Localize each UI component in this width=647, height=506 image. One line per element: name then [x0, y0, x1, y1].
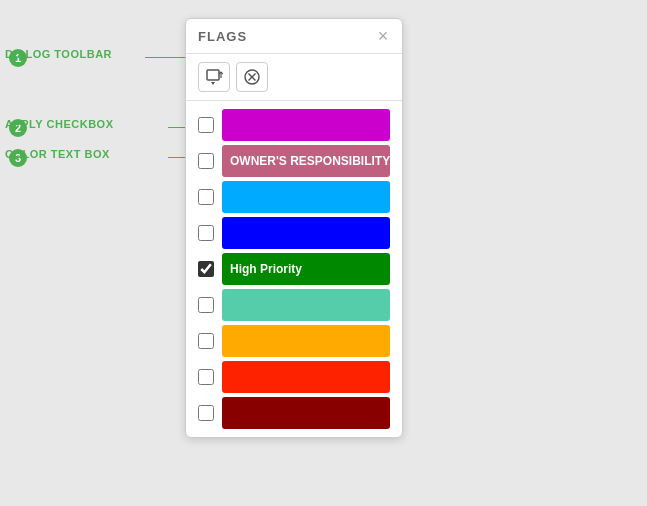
dialog-header: FLAGS ×	[186, 19, 402, 54]
flag-row	[198, 109, 390, 141]
flag-row	[198, 289, 390, 321]
clear-icon	[243, 68, 261, 86]
flag-color-bar	[222, 325, 390, 357]
flag-color-bar	[222, 109, 390, 141]
flag-color-bar	[222, 289, 390, 321]
flag-color-bar	[222, 181, 390, 213]
flag-row: High Priority	[198, 253, 390, 285]
flag-checkbox[interactable]	[198, 297, 214, 313]
flags-dialog: FLAGS ×	[185, 18, 403, 438]
dialog-title: FLAGS	[198, 29, 247, 44]
flag-checkbox[interactable]	[198, 405, 214, 421]
flag-checkbox[interactable]	[198, 225, 214, 241]
flag-color-bar: OWNER'S RESPONSIBILITY	[222, 145, 390, 177]
flag-row: OWNER'S RESPONSIBILITY	[198, 145, 390, 177]
annotation-colorbox: COLOR TEXT BOX 3	[5, 148, 27, 167]
svg-rect-0	[207, 70, 219, 80]
flags-list: OWNER'S RESPONSIBILITYHigh Priority	[186, 101, 402, 437]
dialog-toolbar	[186, 54, 402, 101]
flag-checkbox[interactable]	[198, 189, 214, 205]
clear-button[interactable]	[236, 62, 268, 92]
apply-button[interactable]	[198, 62, 230, 92]
flag-checkbox[interactable]	[198, 333, 214, 349]
flag-checkbox[interactable]	[198, 369, 214, 385]
flag-checkbox[interactable]	[198, 261, 214, 277]
flag-color-bar	[222, 397, 390, 429]
flag-color-bar	[222, 361, 390, 393]
annotation-toolbar: DIALOG TOOLBAR 1	[5, 48, 27, 67]
flag-row	[198, 397, 390, 429]
dialog-container: FLAGS ×	[185, 18, 403, 438]
close-button[interactable]: ×	[376, 27, 391, 45]
annotation-checkbox: APPLY CHECKBOX 2	[5, 118, 27, 137]
flag-color-bar	[222, 217, 390, 249]
flag-row	[198, 361, 390, 393]
flag-row	[198, 325, 390, 357]
flag-checkbox[interactable]	[198, 117, 214, 133]
flag-row	[198, 217, 390, 249]
flag-color-bar: High Priority	[222, 253, 390, 285]
flag-row	[198, 181, 390, 213]
flag-checkbox[interactable]	[198, 153, 214, 169]
apply-icon	[205, 68, 223, 86]
